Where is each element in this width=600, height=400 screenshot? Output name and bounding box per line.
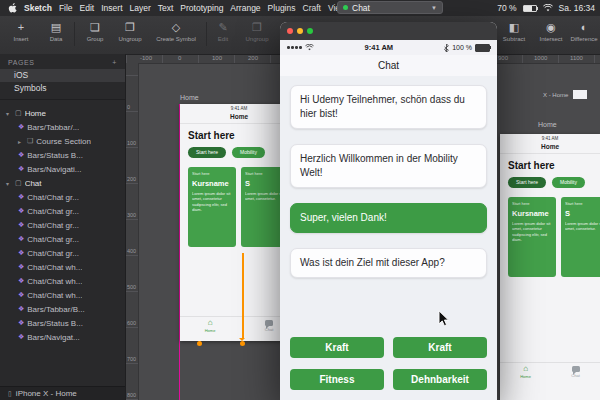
layer-row[interactable]: ❖ Chat/Chat wh... (0, 274, 125, 288)
phone-status-bar: 9:41 AM 100 % (280, 40, 497, 55)
start-here-button[interactable]: Start here (508, 177, 546, 188)
close-window-button[interactable] (287, 28, 293, 34)
toolbar-create-symbol-button[interactable]: ◇ Create Symbol (150, 20, 202, 42)
toolbar-insert-button[interactable]: + Insert (4, 20, 38, 42)
layer-row[interactable]: ❖ Chat/Chat gr... (0, 232, 125, 246)
layer-row[interactable]: ❖ Bars/Status B... (0, 316, 125, 330)
prototype-connector-line (242, 253, 244, 339)
signal-strength-icon (287, 46, 302, 49)
chat-bubble-icon (572, 366, 580, 372)
macos-menubar: Sketch File Edit Insert Layer Text Proto… (0, 0, 600, 16)
layer-row[interactable]: ▸ ❏ Course Section (0, 134, 125, 148)
toolbar-subtract-button[interactable]: ◧ Subtract (496, 20, 532, 42)
symbol-icon: ❖ (18, 123, 24, 131)
reply-button-fitness[interactable]: Fitness (290, 369, 384, 390)
reply-button-dehnbarkeit[interactable]: Dehnbarkeit (393, 369, 487, 390)
mobility-button[interactable]: Mobility (552, 177, 585, 188)
prototype-handle[interactable] (240, 341, 245, 346)
minimize-window-button[interactable] (297, 28, 303, 34)
layer-row-chat[interactable]: ▾ ▢ Chat (0, 176, 125, 190)
artboard-title[interactable]: Home (180, 94, 199, 101)
wifi-icon[interactable] (543, 4, 553, 12)
chat-nav-bar: Chat (280, 55, 497, 77)
menu-file[interactable]: File (59, 3, 73, 13)
reply-button-kraft-1[interactable]: Kraft (290, 337, 384, 358)
preview-window-titlebar[interactable] (280, 22, 497, 40)
status-dot-icon (343, 5, 348, 10)
reply-button-kraft-2[interactable]: Kraft (393, 337, 487, 358)
chat-bubble: Herzlich Willkommen in der Mobility Welt… (290, 144, 487, 188)
status-time: 9:41 AM (500, 134, 600, 141)
layer-row[interactable]: ❖ Chat/Chat gr... (0, 246, 125, 260)
symbol-icon: ❖ (18, 263, 24, 271)
layer-row[interactable]: ❖ Bars/Tabbar/B... (0, 302, 125, 316)
artboard-home-right[interactable]: 9:41 AM Home Start here Start here Mobil… (500, 134, 600, 400)
mouse-cursor (438, 310, 449, 331)
symbol-icon: ❖ (18, 165, 24, 173)
sidebar-footer[interactable]: ▯ iPhone X - Home (0, 386, 125, 400)
menu-arrange[interactable]: Arrange (230, 3, 260, 13)
toolbar-difference-button[interactable]: ◐ Difference (569, 20, 599, 42)
course-cards: Start here Kursname Lorem ipsum dolor si… (508, 197, 600, 277)
symbol-icon: ❖ (18, 319, 24, 327)
artboard-title[interactable]: Home (538, 121, 557, 128)
menu-layer[interactable]: Layer (130, 3, 151, 13)
chat-conversation: Hi Udemy Teilnehmer, schön dass du hier … (280, 76, 497, 400)
menu-plugins[interactable]: Plugins (268, 3, 296, 13)
page-item-symbols[interactable]: Symbols (0, 82, 125, 95)
layers-sidebar: PAGES + iOS Symbols ▾ ▢ Home ❖ Bars/Tabb… (0, 54, 126, 400)
mobility-button[interactable]: Mobility (232, 147, 265, 158)
zoom-window-button[interactable] (307, 28, 313, 34)
apple-menu-icon[interactable] (8, 3, 17, 13)
layer-row[interactable]: ❖ Chat/Chat gr... (0, 190, 125, 204)
divider (0, 99, 125, 100)
create-symbol-icon: ◇ (150, 20, 202, 35)
artboard-title[interactable]: X - Home (543, 92, 568, 98)
layer-row[interactable]: ❖ Chat/Chat gr... (0, 218, 125, 232)
toolbar-edit-button[interactable]: ✎ Edit (210, 20, 236, 42)
screen: Sketch File Edit Insert Layer Text Proto… (0, 0, 600, 400)
menu-insert[interactable]: Insert (101, 3, 122, 13)
layer-row[interactable]: ❖ Chat/Chat wh... (0, 288, 125, 302)
preview-artboard-selector[interactable]: Chat ▼ (337, 1, 443, 14)
layer-row[interactable]: ❖ Bars/Navigat... (0, 330, 125, 344)
menu-edit[interactable]: Edit (80, 3, 95, 13)
disclosure-triangle-icon[interactable]: ▾ (6, 110, 12, 117)
toolbar-data-button[interactable]: ▤ Data (42, 20, 70, 42)
toolbar-intersect-button[interactable]: ◉ Intersect (534, 20, 568, 42)
course-card[interactable]: Start here Kursname Lorem ipsum dolor si… (508, 197, 556, 277)
toolbar-group-button[interactable]: ❏ Group (80, 20, 110, 42)
layer-row[interactable]: ❖ Chat/Chat gr... (0, 204, 125, 218)
data-icon: ▤ (42, 20, 70, 35)
phone-icon: ▯ (8, 387, 12, 400)
tab-home[interactable]: ⌂ Home (520, 365, 531, 379)
menubar-clock[interactable]: Sa. 16:34 (559, 3, 595, 13)
disclosure-triangle-icon[interactable]: ▸ (18, 138, 24, 145)
menu-text[interactable]: Text (158, 3, 174, 13)
page-item-ios[interactable]: iOS (0, 69, 125, 82)
add-page-button[interactable]: + (112, 59, 117, 66)
chat-bubble-icon (265, 320, 273, 326)
layer-row[interactable]: ❖ Bars/Navigati... (0, 162, 125, 176)
layer-row-home[interactable]: ▾ ▢ Home (0, 106, 125, 120)
menu-app-name[interactable]: Sketch (24, 3, 52, 13)
mini-artboard[interactable] (573, 90, 587, 99)
tab-home[interactable]: ⌂ Home (205, 319, 216, 333)
tab-chat[interactable]: Chat (265, 319, 273, 333)
prototype-handle[interactable] (197, 341, 202, 346)
subtract-icon: ◧ (496, 20, 532, 35)
tab-chat[interactable]: Chat (571, 365, 579, 379)
section-heading: Start here (508, 160, 600, 171)
course-card[interactable]: Start here Kursname Lorem ipsum dolor si… (188, 167, 236, 247)
start-here-button[interactable]: Start here (188, 147, 226, 158)
toolbar-ungroup2-button[interactable]: ❐ Ungroup (239, 20, 275, 42)
course-card[interactable]: Start here S Lorem ipsum dolor sit amet,… (561, 197, 600, 277)
layer-row[interactable]: ❖ Bars/Tabbar/... (0, 120, 125, 134)
disclosure-triangle-icon[interactable]: ▾ (6, 180, 12, 187)
toolbar-ungroup-button[interactable]: ❐ Ungroup (113, 20, 147, 42)
menu-prototyping[interactable]: Prototyping (180, 3, 223, 13)
layer-row[interactable]: ❖ Bars/Status B... (0, 148, 125, 162)
layer-row[interactable]: ❖ Chat/Chat wh... (0, 260, 125, 274)
difference-icon: ◐ (569, 20, 599, 35)
menu-craft[interactable]: Craft (303, 3, 321, 13)
